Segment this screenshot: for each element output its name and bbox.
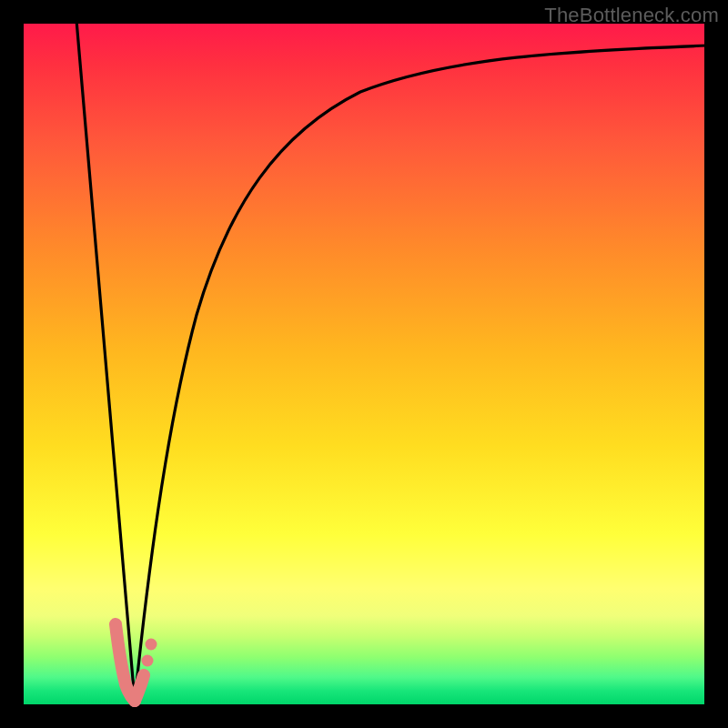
curve-right bbox=[135, 46, 708, 701]
svg-point-0 bbox=[142, 655, 154, 667]
svg-point-1 bbox=[146, 639, 157, 651]
bottleneck-curves bbox=[24, 24, 704, 704]
plot-area bbox=[24, 24, 704, 704]
data-markers bbox=[116, 624, 157, 701]
chart-frame: TheBottleneck.com bbox=[0, 0, 728, 728]
watermark: TheBottleneck.com bbox=[544, 4, 719, 27]
curve-left bbox=[76, 20, 135, 701]
